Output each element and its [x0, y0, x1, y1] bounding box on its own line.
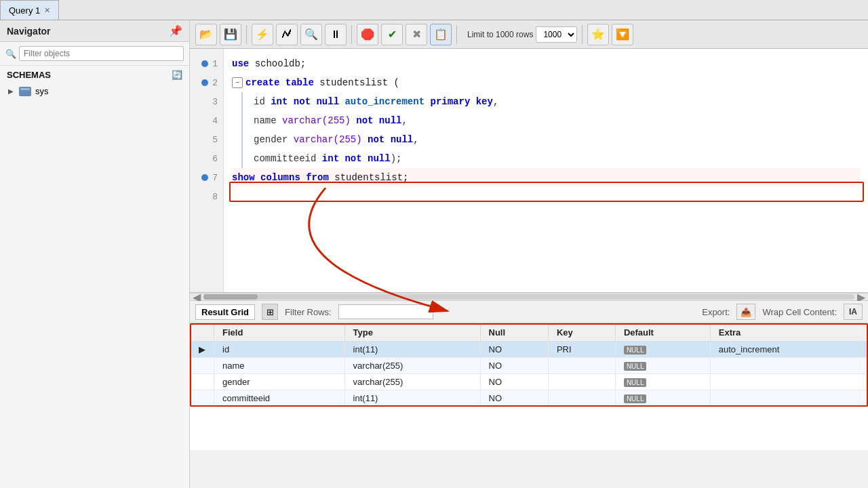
query-editor[interactable]: 1 2 3 4	[190, 49, 868, 293]
table-row[interactable]: committeeidint(11)NONULL	[191, 390, 868, 407]
cell-type: varchar(255)	[344, 374, 480, 390]
line-num-4: 4	[190, 111, 223, 130]
wrap-icon: IA	[849, 307, 857, 317]
cell-key	[548, 358, 615, 374]
filter-objects-input[interactable]	[19, 46, 184, 61]
cell-field: committeeid	[214, 390, 345, 407]
result-grid[interactable]: Field Type Null Key Default Extra	[190, 323, 868, 407]
line-dot-2	[201, 79, 208, 86]
save-btn[interactable]: 💾	[220, 24, 241, 45]
error-btn[interactable]: 🛑	[357, 24, 378, 45]
check-btn[interactable]: ✔	[381, 24, 403, 45]
result-grid-tab[interactable]: Result Grid	[195, 304, 255, 320]
sidebar-search-area: 🔍	[0, 42, 189, 66]
line-dot-6	[201, 155, 208, 162]
result-form-tab[interactable]: ⊞	[262, 304, 278, 320]
col-null: Null	[480, 324, 548, 342]
tab-bar: Query 1 ✕	[0, 0, 868, 20]
filter-rows-label: Filter Rows:	[285, 307, 332, 317]
result-tbody: ▶idint(11)NOPRINULLauto_incrementnamevar…	[191, 342, 868, 407]
cell-extra	[710, 374, 867, 390]
fold-line-6	[241, 149, 243, 168]
result-panel: Result Grid ⊞ Filter Rows: Export: 📤 Wra…	[190, 301, 868, 450]
col-field: Field	[214, 324, 345, 342]
form-icon: ⊞	[267, 307, 274, 317]
col-extra: Extra	[710, 324, 867, 342]
table-row[interactable]: gendervarchar(255)NONULL	[191, 374, 868, 390]
toolbar-separator-2	[351, 25, 352, 44]
limit-dropdown[interactable]: 1000 200 500 2000	[536, 26, 577, 43]
code-line-8	[232, 187, 860, 206]
toolbar-separator-4	[582, 25, 583, 44]
cell-null: NO	[480, 390, 548, 407]
line-num-2: 2	[190, 73, 223, 92]
chevron-right-icon: ▶	[7, 87, 15, 96]
result-toolbar: Result Grid ⊞ Filter Rows: Export: 📤 Wra…	[190, 301, 868, 323]
tab-close-icon[interactable]: ✕	[44, 6, 50, 15]
cell-null: NO	[480, 374, 548, 390]
code-line-4: name varchar(255) not null,	[232, 111, 860, 130]
schemas-label: SCHEMAS 🔄	[0, 66, 189, 81]
cell-default: NULL	[615, 374, 710, 390]
sidebar: Navigator 📌 🔍 SCHEMAS 🔄 ▶ sys	[0, 20, 190, 488]
sidebar-item-sys[interactable]: ▶ sys	[0, 84, 189, 98]
fold-line-5	[241, 130, 243, 149]
query-tab[interactable]: Query 1 ✕	[0, 0, 59, 20]
sidebar-title: Navigator	[7, 26, 51, 37]
code-line-7: show columns from studentslist;	[232, 168, 860, 187]
cell-field: gender	[214, 374, 345, 390]
filter-rows-input[interactable]	[338, 304, 433, 319]
scroll-track[interactable]	[203, 294, 854, 300]
result-table: Field Type Null Key Default Extra	[190, 323, 868, 407]
execute-btn[interactable]: ⚡	[252, 24, 273, 45]
result-header-row: Field Type Null Key Default Extra	[191, 324, 868, 342]
code-line-1: use schooldb;	[232, 54, 860, 73]
sidebar-pin-icon[interactable]: 📌	[169, 24, 182, 37]
toolbar: 📂 💾 ⚡ 🗲 🔍 ⏸ 🛑 ✔ ✖ 📋 Limit to 1000 rows 1…	[190, 20, 868, 49]
down-btn[interactable]: 🔽	[612, 24, 633, 45]
cancel-btn[interactable]: ✖	[406, 24, 427, 45]
table-row[interactable]: namevarchar(255)NONULL	[191, 358, 868, 374]
export-btn[interactable]: 📤	[736, 304, 755, 320]
cell-field: name	[214, 358, 345, 374]
cell-extra: auto_increment	[710, 342, 867, 358]
horizontal-scrollbar[interactable]: ◀ ▶	[190, 293, 868, 301]
cell-default: NULL	[615, 358, 710, 374]
schemas-refresh-icon[interactable]: 🔄	[172, 70, 182, 80]
cell-type: varchar(255)	[344, 358, 480, 374]
search-icon: 🔍	[5, 49, 16, 59]
code-line-5: gender varchar(255) not null,	[232, 130, 860, 149]
wrap-btn[interactable]: IA	[844, 304, 863, 320]
null-badge: NULL	[624, 378, 647, 387]
result-tab-label: Result Grid	[201, 307, 249, 317]
code-content: use schooldb; −create table studentslist…	[224, 49, 868, 292]
schema-btn[interactable]: 📋	[430, 24, 452, 45]
open-folder-btn[interactable]: 📂	[195, 24, 217, 45]
line-numbers: 1 2 3 4	[190, 49, 224, 292]
sidebar-header: Navigator 📌	[0, 20, 189, 42]
favorites-btn[interactable]: ⭐	[587, 24, 609, 45]
code-line-2: −create table studentslist (	[232, 73, 860, 92]
cell-extra	[710, 390, 867, 407]
sidebar-item-label: sys	[35, 86, 49, 96]
execute-current-btn[interactable]: 🗲	[276, 24, 298, 45]
line-dot-4	[201, 117, 208, 124]
export-icon: 📤	[741, 307, 751, 317]
line-dot-3	[201, 98, 208, 105]
cell-default: NULL	[615, 342, 710, 358]
pause-btn[interactable]: ⏸	[325, 24, 347, 45]
cell-null: NO	[480, 358, 548, 374]
cell-null: NO	[480, 342, 548, 358]
search-btn[interactable]: 🔍	[300, 24, 322, 45]
table-row[interactable]: ▶idint(11)NOPRINULLauto_increment	[191, 342, 868, 358]
scroll-thumb[interactable]	[203, 294, 258, 300]
col-type: Type	[344, 324, 480, 342]
col-key: Key	[548, 324, 615, 342]
cell-extra	[710, 358, 867, 374]
fold-indicator-2[interactable]: −	[232, 77, 243, 88]
cell-field: id	[214, 342, 345, 358]
line-num-1: 1	[190, 54, 223, 73]
export-label: Export:	[702, 307, 730, 317]
null-badge: NULL	[624, 394, 647, 403]
cell-type: int(11)	[344, 342, 480, 358]
